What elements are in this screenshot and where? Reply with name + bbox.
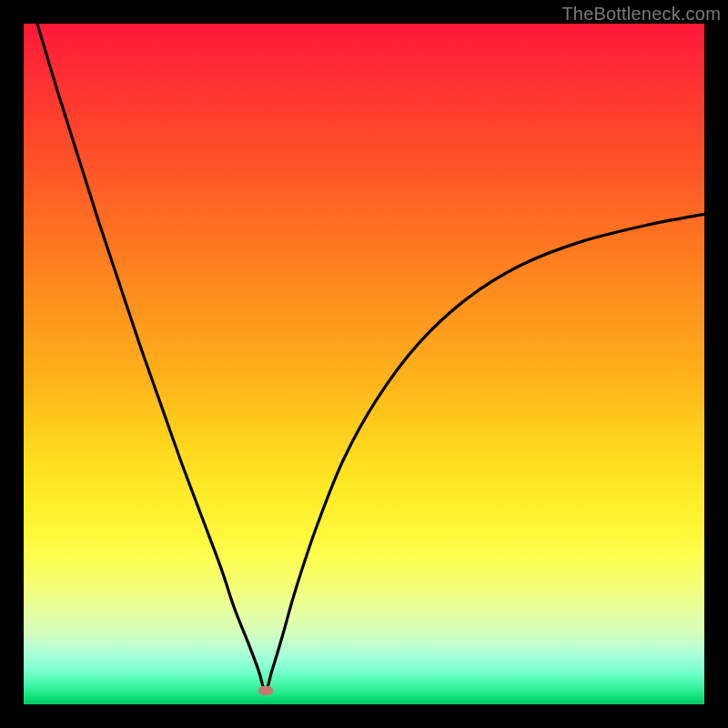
plot-area [24,24,704,704]
bottleneck-curve [24,24,704,704]
watermark-text: TheBottleneck.com [561,4,721,25]
chart-frame: TheBottleneck.com [0,0,728,728]
optimum-marker [258,686,273,695]
